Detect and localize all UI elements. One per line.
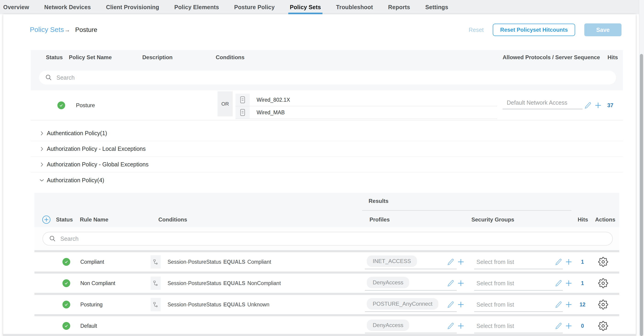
rule-hits[interactable]: 1 [576,259,589,265]
authorization-search-input[interactable] [60,236,606,242]
policy-sets-search-row [31,65,623,90]
profiles-field-underline [365,269,457,269]
status-enabled-icon[interactable] [58,102,65,109]
tab-network-devices[interactable]: Network Devices [37,0,98,14]
rule-condition[interactable]: Session·PostureStatusEQUALSNonCompliant [168,280,281,286]
search-icon [45,74,52,81]
security-group-select[interactable]: Select from list [476,323,514,329]
authorization-rule-row: Default DenyAccess Select from list 0 [34,316,619,336]
edit-icon[interactable] [447,258,454,266]
chevron-down-icon [39,178,44,183]
save-button[interactable]: Save [584,24,622,36]
tab-posture-policy[interactable]: Posture Policy [226,0,282,14]
gear-icon[interactable] [598,257,608,267]
scrollbar-thumb[interactable] [640,54,643,336]
edit-icon[interactable] [447,322,454,330]
section-authorization-policy[interactable]: Authorization Policy(4) [31,172,623,188]
profile-chip[interactable]: DenyAccess [367,320,409,331]
authorization-rule-row: Non Compliant Session·PostureStatusEQUAL… [34,274,619,293]
status-enabled-icon[interactable] [62,279,70,287]
section-label: Authentication Policy(1) [47,130,107,136]
rule-hits[interactable]: 0 [576,323,589,329]
tab-overview[interactable]: Overview [3,0,37,14]
column-hits: Hits [608,54,618,60]
status-enabled-icon[interactable] [62,322,70,330]
section-label: Authorization Policy - Local Exceptions [47,146,146,152]
add-icon[interactable] [457,301,464,308]
condition-item[interactable]: Wired_MAB [236,106,497,119]
add-icon[interactable] [457,280,464,287]
rule-condition[interactable]: Session·PostureStatusEQUALSCompliant [168,259,271,265]
section-authentication-policy[interactable]: Authentication Policy(1) [31,126,623,141]
edit-icon[interactable] [555,280,562,287]
condition-label: Wired_MAB [256,110,285,116]
edit-icon[interactable] [584,102,592,109]
add-icon[interactable] [565,322,572,330]
breadcrumb-policy-sets-link[interactable]: Policy Sets [30,26,64,34]
tab-policy-elements[interactable]: Policy Elements [167,0,227,14]
gear-icon[interactable] [598,278,608,288]
rule-name[interactable]: Compliant [80,259,104,265]
rule-name[interactable]: Posturing [80,302,102,308]
status-enabled-icon[interactable] [62,258,70,266]
add-icon[interactable] [457,258,464,266]
add-icon[interactable] [565,301,572,308]
column-status: Status [46,54,63,60]
rule-name[interactable]: Default [80,323,97,329]
rule-condition[interactable]: Session·PostureStatusEQUALSUnknown [168,302,270,308]
security-group-select[interactable]: Select from list [476,301,514,308]
tab-settings[interactable]: Settings [418,0,456,14]
condition-hierarchy-icon [150,255,161,268]
tab-client-provisioning[interactable]: Client Provisioning [98,0,167,14]
allowed-protocols-value: Default Network Access [502,100,567,106]
rule-name[interactable]: Non Compliant [80,280,115,286]
add-icon[interactable] [565,280,572,287]
section-authz-global-exceptions[interactable]: Authorization Policy - Global Exceptions [31,157,623,172]
status-enabled-icon[interactable] [62,301,70,308]
profile-chip[interactable]: POSTURE_AnyConnect [367,298,438,310]
section-authz-local-exceptions[interactable]: Authorization Policy - Local Exceptions [31,141,623,157]
reset-policyset-hitcounts-button[interactable]: Reset Policyset Hitcounts [493,24,575,36]
security-group-select[interactable]: Select from list [476,280,514,287]
condition-item[interactable]: Wired_802.1X [236,94,497,106]
edit-icon[interactable] [447,301,454,308]
policy-sections: Authentication Policy(1) Authorization P… [31,126,623,188]
security-group-underline [474,269,563,269]
policy-sets-search-input[interactable] [56,74,610,81]
reset-button[interactable]: Reset [469,26,484,33]
policy-set-hits[interactable]: 37 [607,102,614,108]
condition-list: Wired_802.1X Wired_MAB [236,94,497,119]
policy-sets-table-header: Status Policy Set Name Description Condi… [31,50,623,65]
add-icon[interactable] [565,258,572,266]
add-icon[interactable] [594,102,602,109]
chevron-right-icon [39,162,44,167]
edit-icon[interactable] [555,322,562,330]
tab-troubleshoot[interactable]: Troubleshoot [328,0,380,14]
policy-sets-search[interactable] [39,71,616,84]
rule-hits[interactable]: 1 [576,280,589,286]
condition-operator: OR [218,91,233,116]
allowed-protocols-select[interactable]: Default Network Access [502,96,582,109]
policy-set-name[interactable]: Posture [76,102,95,108]
scrollbar[interactable] [639,0,644,336]
column-hits: Hits [578,216,588,223]
results-group-header: Results [368,198,388,204]
gear-icon[interactable] [598,300,608,310]
chevron-right-icon [39,130,44,136]
edit-icon[interactable] [555,301,562,308]
tab-reports[interactable]: Reports [380,0,418,14]
add-rule-button[interactable] [42,215,51,224]
column-description: Description [142,54,172,60]
tab-policy-sets[interactable]: Policy Sets [282,0,329,14]
edit-icon[interactable] [555,258,562,266]
edit-icon[interactable] [447,280,454,287]
authorization-rule-row: Compliant Session·PostureStatusEQUALSCom… [34,252,619,272]
gear-icon[interactable] [598,321,608,331]
rule-hits[interactable]: 12 [576,302,589,308]
condition-document-icon [236,106,250,119]
add-icon[interactable] [457,322,464,330]
profile-chip[interactable]: INET_ACCESS [367,256,417,267]
profile-chip[interactable]: DenyAccess [367,277,409,288]
authorization-search[interactable] [42,232,613,246]
security-group-select[interactable]: Select from list [476,259,514,265]
